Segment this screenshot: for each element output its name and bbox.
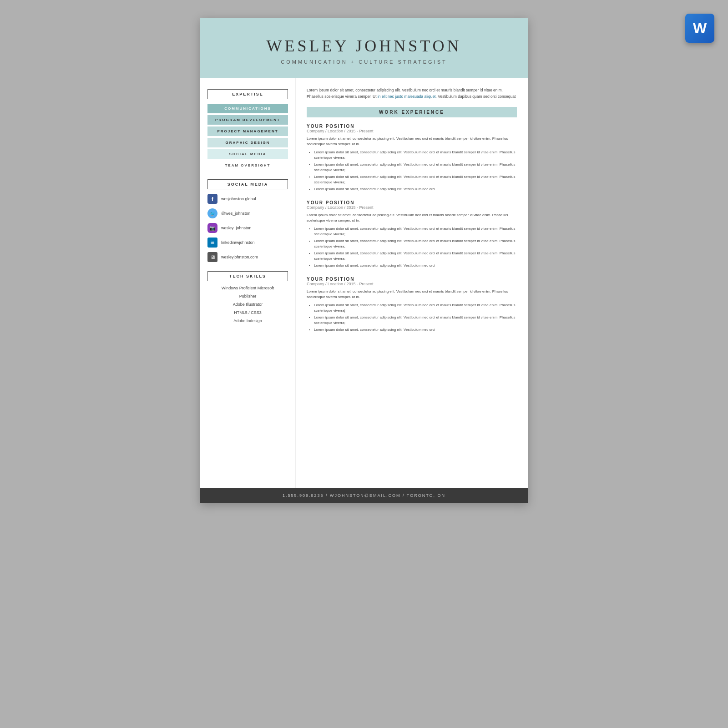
linkedin-handle: linkedin/wjohnston (221, 240, 255, 245)
tech-skill-windows: Windows Proficient Microsoft (207, 286, 288, 290)
job-meta-3: Company / Location / 2015 - Present (307, 282, 517, 286)
tech-skill-illustrator: Adobe Illustrator (207, 302, 288, 307)
expertise-item-team: TEAM OVERSIGHT (207, 161, 288, 170)
tech-skill-html: HTML5 / CSS3 (207, 310, 288, 315)
tech-skills-section: TECH SKILLS Windows Proficient Microsoft… (207, 271, 288, 323)
social-twitter: 🐦 @wes_johnston (207, 208, 288, 218)
bullet-2-3: Lorem ipsum dolor sit amet, consectetur … (314, 251, 517, 262)
intro-text: Lorem ipsum dolor sit amet, consectetur … (307, 87, 517, 100)
job-bullets-3: Lorem ipsum dolor sit amet, consectetur … (307, 303, 517, 333)
resume-footer: 1.555.909.8235 / WJOHNSTON@EMAIL.COM / T… (200, 488, 528, 503)
job-meta-2: Company / Location / 2015 - Present (307, 205, 517, 210)
expertise-item-social: SOCIAL MEDIA (207, 149, 288, 159)
job-desc-1: Lorem ipsum dolor sit amet, consectetur … (307, 136, 517, 147)
expertise-item-project: PROJECT MANAGEMENT (207, 126, 288, 136)
resume-body: EXPERTISE COMMUNICATIONS PROGRAM DEVELOP… (200, 78, 528, 488)
website-icon: 🖥 (207, 252, 217, 262)
job-title-1: YOUR POSITION (307, 124, 517, 129)
resume-header: WESLEY JOHNSTON COMMUNICATION + CULTURE … (200, 18, 528, 78)
left-column: EXPERTISE COMMUNICATIONS PROGRAM DEVELOP… (200, 78, 296, 488)
job-entry-1: YOUR POSITION Company / Location / 2015 … (307, 124, 517, 192)
bullet-2-1: Lorem ipsum dolor sit amet, consectetur … (314, 226, 517, 237)
social-label: SOCIAL MEDIA (207, 179, 288, 189)
website-url: wesleyjohnston.com (221, 255, 258, 259)
bullet-1-1: Lorem ipsum dolor sit amet, consectetur … (314, 150, 517, 161)
facebook-handle: wesjohnston.global (221, 197, 256, 201)
expertise-item-graphic: GRAPHIC DESIGN (207, 138, 288, 147)
bullet-3-3: Lorem ipsum dolor sit amet, consectetur … (314, 327, 517, 333)
bullet-3-1: Lorem ipsum dolor sit amet, consectetur … (314, 303, 517, 313)
work-experience-header: WORK EXPERIENCE (307, 107, 517, 117)
intro-highlight: in elit nec justo malesuada aliquet. (378, 94, 437, 99)
footer-contact: 1.555.909.8235 / WJOHNSTON@EMAIL.COM / T… (283, 493, 445, 498)
job-desc-3: Lorem ipsum dolor sit amet, consectetur … (307, 289, 517, 300)
bullet-2-2: Lorem ipsum dolor sit amet, consectetur … (314, 238, 517, 249)
job-entry-3: YOUR POSITION Company / Location / 2015 … (307, 277, 517, 333)
tech-skill-indesign: Adobe Indesign (207, 318, 288, 323)
social-section: SOCIAL MEDIA f wesjohnston.global 🐦 @wes… (207, 179, 288, 262)
job-meta-1: Company / Location / 2015 - Present (307, 129, 517, 133)
linkedin-icon: in (207, 238, 217, 248)
bullet-2-4: Lorem ipsum dolor sit amet, consectetur … (314, 263, 517, 268)
resume-paper: WESLEY JOHNSTON COMMUNICATION + CULTURE … (200, 18, 528, 503)
social-website: 🖥 wesleyjohnston.com (207, 252, 288, 262)
job-desc-2: Lorem ipsum dolor sit amet, consectetur … (307, 212, 517, 223)
twitter-handle: @wes_johnston (221, 211, 250, 216)
expertise-item-program: PROGRAM DEVELOPMENT (207, 115, 288, 125)
bullet-3-2: Lorem ipsum dolor sit amet, consectetur … (314, 315, 517, 326)
social-facebook: f wesjohnston.global (207, 194, 288, 204)
expertise-section: EXPERTISE COMMUNICATIONS PROGRAM DEVELOP… (207, 89, 288, 170)
job-bullets-1: Lorem ipsum dolor sit amet, consectetur … (307, 150, 517, 192)
bullet-1-3: Lorem ipsum dolor sit amet, consectetur … (314, 174, 517, 185)
facebook-icon: f (207, 194, 217, 204)
tech-skills-label: TECH SKILLS (207, 271, 288, 281)
social-linkedin: in linkedin/wjohnston (207, 238, 288, 248)
instagram-icon: 📷 (207, 223, 217, 233)
candidate-name: WESLEY JOHNSTON (214, 36, 514, 56)
job-bullets-2: Lorem ipsum dolor sit amet, consectetur … (307, 226, 517, 268)
job-title-3: YOUR POSITION (307, 277, 517, 282)
instagram-handle: wesley_johnston (221, 226, 252, 230)
candidate-title: COMMUNICATION + CULTURE STRATEGIST (214, 59, 514, 65)
expertise-item-communications: COMMUNICATIONS (207, 104, 288, 113)
expertise-label: EXPERTISE (207, 89, 288, 99)
social-instagram: 📷 wesley_johnston (207, 223, 288, 233)
job-entry-2: YOUR POSITION Company / Location / 2015 … (307, 200, 517, 268)
tech-skill-publisher: Publisher (207, 294, 288, 298)
job-title-2: YOUR POSITION (307, 200, 517, 205)
bullet-1-2: Lorem ipsum dolor sit amet, consectetur … (314, 162, 517, 173)
bullet-1-4: Lorem ipsum dolor sit amet, consectetur … (314, 187, 517, 192)
right-column: Lorem ipsum dolor sit amet, consectetur … (296, 78, 528, 488)
word-icon: W (685, 14, 714, 43)
twitter-icon: 🐦 (207, 208, 217, 218)
